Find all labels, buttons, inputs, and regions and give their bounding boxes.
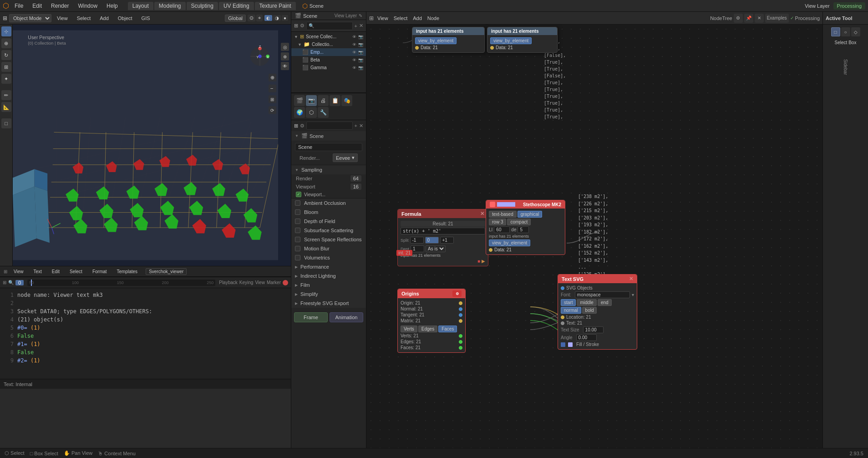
- angle-input[interactable]: [576, 334, 597, 341]
- object-mode-select[interactable]: Object Mode: [9, 14, 51, 22]
- stroke-color-swatch[interactable]: [568, 342, 573, 347]
- film-header[interactable]: ▶ Film: [291, 280, 366, 290]
- keying-label[interactable]: Keying: [239, 280, 254, 285]
- scene-name-input[interactable]: Scene: [295, 143, 362, 151]
- viewport-val[interactable]: 16: [350, 183, 361, 190]
- mode-select[interactable]: As is: [426, 245, 446, 252]
- transform-tool[interactable]: ✦: [1, 74, 11, 84]
- start-btn[interactable]: start: [561, 299, 576, 306]
- render-val[interactable]: 64: [350, 175, 361, 182]
- end-btn[interactable]: end: [598, 299, 612, 306]
- viewport-canvas[interactable]: ⊹ ⊕ ↻ ⊞ ✦ ✏ 📐 □: [0, 25, 291, 266]
- ao-checkbox[interactable]: [295, 200, 300, 206]
- text-editor[interactable]: 1node name: Viewer text mk3 2 3Socket DA…: [0, 288, 291, 379]
- ne-settings-btn[interactable]: ⚙: [734, 14, 743, 23]
- bold-btn[interactable]: bold: [582, 307, 597, 314]
- outliner-collection-item[interactable]: ▼ 📁 Collectio... 👁 📷: [291, 41, 366, 48]
- transform-pivot[interactable]: ⊙: [248, 15, 255, 21]
- viewport-object-menu[interactable]: Object: [114, 15, 136, 22]
- scene-header[interactable]: ▼ 🎬 Scene: [291, 131, 366, 141]
- eye-icon-5[interactable]: 👁: [352, 66, 356, 70]
- menu-edit[interactable]: Edit: [29, 2, 46, 10]
- view-by-element-btn[interactable]: view_by_element: [415, 37, 457, 44]
- textsvg-close[interactable]: ✕: [629, 276, 633, 282]
- outliner-filter-icon[interactable]: ⚙: [300, 23, 305, 29]
- outliner-beta-item[interactable]: ⬛ Beta 👁 📷: [291, 56, 366, 64]
- eye-icon-4[interactable]: 👁: [352, 58, 356, 62]
- timeline-select-menu[interactable]: Select: [66, 268, 86, 275]
- ne-node-menu[interactable]: Node: [426, 15, 441, 21]
- viewport-denoising-checkbox[interactable]: ✓: [296, 192, 301, 197]
- ne-select-menu[interactable]: Select: [392, 15, 410, 21]
- workspace-tab-texture[interactable]: Texture Paint: [255, 2, 296, 10]
- viewport-gis-menu[interactable]: GIS: [138, 15, 154, 22]
- measure-tool[interactable]: 📐: [1, 102, 11, 112]
- timeline-text-menu[interactable]: Text: [30, 268, 46, 275]
- node-canvas[interactable]: input has 21 elements view_by_element Da…: [366, 25, 822, 456]
- formula-expr[interactable]: str(x) + ' m2': [401, 228, 485, 234]
- fill-color-swatch[interactable]: [561, 342, 565, 347]
- bloom-checkbox[interactable]: [295, 209, 300, 215]
- workspace-tab-modeling[interactable]: Modeling: [154, 2, 186, 10]
- camera-icon[interactable]: 📷: [358, 35, 363, 39]
- select-box-icon[interactable]: □: [831, 27, 840, 36]
- view-by-element-btn-2[interactable]: view_by_element: [490, 37, 532, 44]
- global-select[interactable]: Global: [225, 15, 246, 22]
- outliner-gamma-item[interactable]: ⬛ Gamma 👁 📷: [291, 64, 366, 71]
- annotate-tool[interactable]: ✏: [1, 90, 11, 100]
- menu-render[interactable]: Render: [47, 2, 72, 10]
- il-header[interactable]: ▶ Indirect Lighting: [291, 271, 366, 280]
- steth-view-btn[interactable]: view_by_element: [489, 239, 530, 246]
- simplify-header[interactable]: ▶ Simplify: [291, 290, 366, 299]
- formula-close[interactable]: ✕: [480, 211, 484, 217]
- menu-help[interactable]: Help: [103, 2, 122, 10]
- viewport-overlays-icon[interactable]: ◎: [281, 43, 289, 51]
- verts-btn[interactable]: Verts: [401, 326, 417, 332]
- outliner-scene-collection[interactable]: ▼ ⊞ Scene Collec... 👁 📷: [291, 33, 366, 41]
- eye-icon-3[interactable]: 👁: [352, 50, 356, 55]
- filter-icon[interactable]: ⚙: [300, 123, 305, 129]
- svg-header[interactable]: ▶ Freestyle SVG Export: [291, 299, 366, 308]
- vol-header[interactable]: Volumetrics: [291, 253, 366, 262]
- timeline-format-menu[interactable]: Format: [89, 268, 111, 275]
- cam-icon-4[interactable]: 📷: [358, 58, 363, 62]
- edit-view-layer-icon[interactable]: ✎: [359, 13, 362, 18]
- animation-button[interactable]: Animation: [330, 312, 363, 322]
- middle-btn[interactable]: middle: [577, 299, 596, 306]
- sampling-header[interactable]: ▼ Sampling: [291, 165, 366, 174]
- scene-props-icon[interactable]: 🎬: [294, 95, 305, 106]
- output-props-icon[interactable]: 🖨: [318, 95, 329, 106]
- world-props-icon[interactable]: 🌍: [294, 107, 305, 118]
- viewport-view-menu[interactable]: View: [53, 15, 71, 22]
- split-input[interactable]: [410, 237, 424, 244]
- dof-header[interactable]: Depth of Field: [291, 217, 366, 226]
- de-input[interactable]: [518, 226, 529, 233]
- cam-icon-3[interactable]: 📷: [358, 50, 363, 55]
- timeline-track[interactable]: 50100150200250: [27, 280, 215, 286]
- scale-tool[interactable]: ⊞: [1, 62, 11, 72]
- modifier-icon[interactable]: 🔧: [318, 107, 329, 118]
- viewport-select-menu[interactable]: Select: [73, 15, 95, 22]
- faces-btn[interactable]: Faces: [438, 326, 457, 332]
- view-layer-props-icon[interactable]: 📋: [330, 95, 340, 106]
- workspace-tab-sculpting[interactable]: Sculpting: [187, 2, 218, 10]
- compact-btn[interactable]: compact: [507, 219, 531, 225]
- move-tool[interactable]: ⊕: [1, 38, 11, 48]
- cam-icon-2[interactable]: 📷: [358, 42, 363, 47]
- new-icon[interactable]: +: [355, 123, 357, 128]
- workspace-tab-uv[interactable]: UV Editing: [219, 2, 254, 10]
- eye-icon-2[interactable]: 👁: [352, 42, 356, 47]
- add-cube-tool[interactable]: □: [1, 118, 11, 128]
- cursor-tool[interactable]: ⊹: [1, 26, 11, 36]
- playback-marker[interactable]: Playback: [219, 280, 238, 285]
- perf-header[interactable]: ▶ Performance: [291, 262, 366, 271]
- material-preview[interactable]: ◑: [273, 15, 281, 21]
- ne-examples-btn[interactable]: Examples: [765, 14, 789, 23]
- viewport-show-icon[interactable]: 👁: [281, 62, 289, 70]
- render-props-icon[interactable]: 📷: [306, 95, 317, 106]
- delete-icon[interactable]: ✕: [359, 123, 363, 129]
- row3-btn[interactable]: row 3: [489, 219, 506, 225]
- solid-shading[interactable]: ◐: [264, 15, 272, 21]
- mb-header[interactable]: Motion Blur: [291, 244, 366, 253]
- timeline-templates-menu[interactable]: Templates: [113, 268, 142, 275]
